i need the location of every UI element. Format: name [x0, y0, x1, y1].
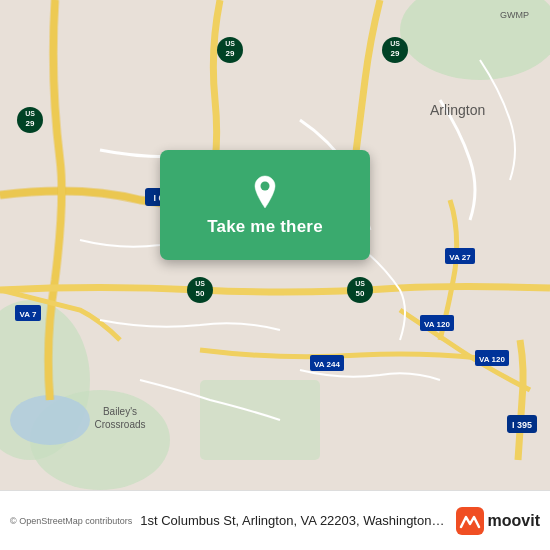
svg-text:VA 7: VA 7: [20, 310, 37, 319]
svg-text:GWMP: GWMP: [500, 10, 529, 20]
svg-text:VA 244: VA 244: [314, 360, 340, 369]
svg-rect-41: [456, 507, 484, 535]
svg-text:50: 50: [196, 289, 205, 298]
svg-text:US: US: [25, 110, 35, 117]
svg-text:29: 29: [391, 49, 400, 58]
svg-text:50: 50: [356, 289, 365, 298]
svg-rect-4: [200, 380, 320, 460]
map-container: I 66 US 29 US 29 US 29 US 50 US 50 VA 7: [0, 0, 550, 490]
svg-text:29: 29: [226, 49, 235, 58]
moovit-logo: moovit: [456, 507, 540, 535]
svg-text:I 395: I 395: [512, 420, 532, 430]
take-me-there-card[interactable]: Take me there: [160, 150, 370, 260]
bottom-bar: © OpenStreetMap contributors 1st Columbu…: [0, 490, 550, 550]
location-pin-icon: [246, 173, 284, 211]
osm-copyright: © OpenStreetMap contributors: [10, 516, 132, 526]
svg-text:Bailey's: Bailey's: [103, 406, 137, 417]
svg-text:US: US: [355, 280, 365, 287]
svg-point-5: [10, 395, 90, 445]
svg-text:VA 27: VA 27: [449, 253, 471, 262]
address-text: 1st Columbus St, Arlington, VA 22203, Wa…: [140, 513, 447, 528]
svg-text:VA 120: VA 120: [479, 355, 505, 364]
svg-text:US: US: [390, 40, 400, 47]
svg-text:Crossroads: Crossroads: [94, 419, 145, 430]
svg-point-40: [261, 182, 270, 191]
svg-text:29: 29: [26, 119, 35, 128]
svg-text:Arlington: Arlington: [430, 102, 485, 118]
svg-text:VA 120: VA 120: [424, 320, 450, 329]
moovit-brand-icon: [456, 507, 484, 535]
take-me-there-label: Take me there: [207, 217, 323, 237]
moovit-brand-name: moovit: [488, 512, 540, 530]
svg-text:US: US: [225, 40, 235, 47]
svg-text:US: US: [195, 280, 205, 287]
